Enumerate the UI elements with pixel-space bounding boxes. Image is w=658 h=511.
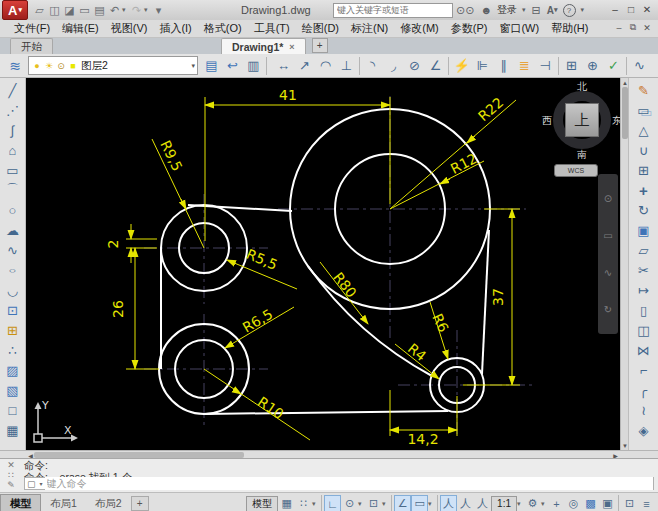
menu-edit[interactable]: 编辑(E) <box>56 21 105 36</box>
open-button[interactable]: ▱ <box>32 2 47 18</box>
insert-block-tool[interactable]: ⊡ <box>2 300 24 320</box>
polar-tracking-toggle[interactable]: ⊙ <box>341 495 358 511</box>
workspace-switching-button-caret-icon[interactable]: ▾ <box>541 494 548 511</box>
wcs-button[interactable]: WCS <box>554 164 598 177</box>
fullscreen-button[interactable]: ⊡ <box>621 495 638 511</box>
layer-freeze-icon[interactable]: ☀ <box>43 59 55 73</box>
new-drawing-tab-button[interactable]: + <box>312 38 328 53</box>
array-tool[interactable]: ⊞ <box>633 160 655 180</box>
rectangle-tool[interactable]: ▭ <box>2 160 24 180</box>
navigation-bar[interactable]: ⊙▭∿↻ <box>598 174 618 334</box>
command-customize-icon[interactable]: ▢ <box>25 479 38 489</box>
qat-customize-button[interactable]: ▾ <box>151 2 166 18</box>
command-grip-icon[interactable]: ∷ <box>8 470 14 480</box>
layer-lock-icon[interactable]: ⊙ <box>55 59 67 73</box>
dim-break-button[interactable]: ⊣ <box>535 56 556 76</box>
viewcube-top-face[interactable]: 上 <box>565 103 599 137</box>
explode-tool[interactable]: ◈ <box>633 420 655 440</box>
menu-draw[interactable]: 绘图(D) <box>296 21 345 36</box>
tab-model[interactable]: 模型 <box>0 494 41 511</box>
blend-curves-tool[interactable]: ≀ <box>633 400 655 420</box>
doc-minimize-button[interactable]: – <box>612 21 626 34</box>
chevron-down-icon[interactable]: ▾ <box>191 62 195 70</box>
close-button[interactable]: ✕ <box>639 2 655 16</box>
dim-aligned-button[interactable]: ↗ <box>294 56 315 76</box>
app-store-cart-icon[interactable]: ⊟ <box>529 2 544 18</box>
undo-button-caret-icon[interactable]: ▾ <box>122 0 129 20</box>
maximize-button[interactable]: □ <box>623 2 639 16</box>
region-tool[interactable]: □ <box>2 400 24 420</box>
object-snap-toggle-caret-icon[interactable]: ▾ <box>382 494 389 511</box>
dim-angular-button[interactable]: ∠ <box>425 56 446 76</box>
transparency-toggle[interactable]: ▭ <box>411 495 428 511</box>
plot-button[interactable]: ▤ <box>92 2 107 18</box>
copy-tool[interactable]: ▭ <box>633 100 655 120</box>
sign-in-button[interactable]: 登录 <box>495 3 519 17</box>
mirror-tool[interactable]: △ <box>633 120 655 140</box>
offset-tool[interactable]: ∪ <box>633 140 655 160</box>
polar-tracking-toggle-caret-icon[interactable]: ▾ <box>358 494 365 511</box>
transparency-toggle-caret-icon[interactable]: ▾ <box>428 494 435 511</box>
search-icon[interactable]: ⊙⊙ <box>453 2 477 18</box>
doc-restore-button[interactable]: ⧉ <box>626 21 640 34</box>
new-layout-button[interactable]: + <box>131 496 149 511</box>
join-tool[interactable]: ⋈ <box>633 340 655 360</box>
annotation-monitor-button[interactable]: + <box>548 495 565 511</box>
viewcube-north[interactable]: 北 <box>575 80 589 94</box>
ortho-mode-toggle[interactable]: ∟ <box>324 495 341 511</box>
menu-format[interactable]: 格式(O) <box>198 21 248 36</box>
vertical-scroll-thumb[interactable] <box>622 87 628 139</box>
chevron-down-icon[interactable]: ▾ <box>38 480 45 487</box>
menu-dimension[interactable]: 标注(N) <box>345 21 394 36</box>
construction-line-tool[interactable]: ⋰ <box>2 100 24 120</box>
table-tool[interactable]: ▦ <box>2 420 24 440</box>
hardware-acceleration-button[interactable]: ▩ <box>582 495 599 511</box>
dim-linear-button[interactable]: ↔ <box>273 56 294 76</box>
menu-help[interactable]: 帮助(H) <box>545 21 594 36</box>
annotation-autoscale-toggle[interactable]: 人 <box>457 495 474 511</box>
application-menu-button[interactable]: A▾ <box>2 0 28 20</box>
ellipse-arc-tool[interactable]: ◡ <box>2 280 24 300</box>
help-icon[interactable]: ? <box>563 4 576 17</box>
fillet-tool[interactable]: ╭ <box>633 380 655 400</box>
quick-dimension-button[interactable]: ⚡ <box>451 56 472 76</box>
trim-tool[interactable]: ✂ <box>633 260 655 280</box>
help-caret-icon[interactable]: ▾ <box>578 2 588 18</box>
save-as-button[interactable]: ◪ <box>62 2 77 18</box>
vertical-scrollbar[interactable]: ▲ ▼ <box>620 78 628 450</box>
polygon-tool[interactable]: ⌂ <box>2 140 24 160</box>
new-sheet-button[interactable]: ▭ <box>77 2 92 18</box>
arc-tool[interactable]: ⌒ <box>2 180 24 200</box>
menu-view[interactable]: 视图(V) <box>105 21 154 36</box>
tab-drawing1[interactable]: Drawing1* × <box>221 38 306 54</box>
dim-continue-button[interactable]: ∥ <box>493 56 514 76</box>
pan-icon[interactable]: ▭ <box>598 226 619 246</box>
layer-properties-button[interactable]: ▤ <box>201 56 222 76</box>
search-input[interactable] <box>333 3 453 18</box>
dim-jogged-button[interactable]: ◞ <box>383 56 404 76</box>
revision-cloud-tool[interactable]: ☁ <box>2 220 24 240</box>
gradient-tool[interactable]: ▧ <box>2 380 24 400</box>
move-tool[interactable]: + <box>633 180 655 200</box>
break-tool[interactable]: ◫ <box>633 320 655 340</box>
viewcube[interactable]: 北 南 西 东 上 <box>540 78 620 162</box>
create-block-tool[interactable]: ⊞ <box>2 320 24 340</box>
hatch-tool[interactable]: ▨ <box>2 360 24 380</box>
clean-screen-button[interactable]: ▣ <box>599 495 616 511</box>
layer-dropdown[interactable]: ●☀⊙■ 图层2 ▾ <box>28 56 198 75</box>
chamfer-tool[interactable]: ⌐ <box>633 360 655 380</box>
horizontal-scrollbar[interactable]: ◀ ▶ <box>0 450 658 458</box>
annotation-scale-button[interactable]: 人 <box>474 495 491 511</box>
tab-layout1[interactable]: 布局1 <box>41 495 86 511</box>
layer-states-button[interactable]: ▥ <box>243 56 264 76</box>
annotation-scale-value-caret-icon[interactable]: ▾ <box>517 494 524 511</box>
extend-tool[interactable]: ↦ <box>633 280 655 300</box>
break-at-point-tool[interactable]: ▯ <box>633 300 655 320</box>
menu-file[interactable]: 文件(F) <box>8 21 56 36</box>
model-paper-toggle[interactable]: 模型 <box>246 496 278 511</box>
tolerance-button[interactable]: ⊞ <box>561 56 582 76</box>
point-tool[interactable]: ∴ <box>2 340 24 360</box>
viewcube-south[interactable]: 南 <box>575 148 589 162</box>
viewcube-east[interactable]: 东 <box>610 114 620 128</box>
erase-tool[interactable]: ✎ <box>633 80 655 100</box>
